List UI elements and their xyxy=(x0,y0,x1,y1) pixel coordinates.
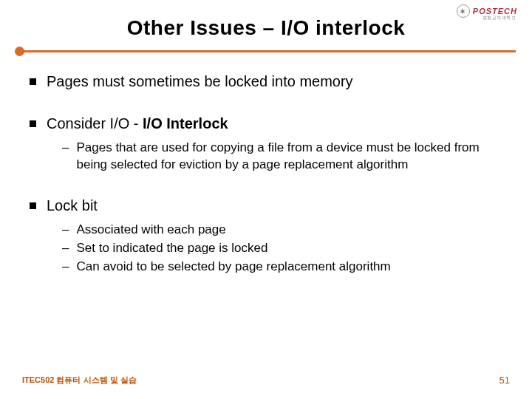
dash-icon: – xyxy=(62,222,69,239)
bullet-3-sub-2-text: Set to indicated the page is locked xyxy=(76,240,267,257)
bullet-3-sub-1-text: Associated with each page xyxy=(76,222,225,239)
bullet-3-sub-3-text: Can avoid to be selected by page replace… xyxy=(76,259,390,276)
slide-body: Pages must sometimes be locked into memo… xyxy=(0,52,532,276)
bullet-3-sublist: – Associated with each page – Set to ind… xyxy=(62,222,502,276)
dash-icon: – xyxy=(62,259,69,276)
bullet-3: Lock bit xyxy=(30,196,502,216)
bullet-2-prefix: Consider I/O - xyxy=(47,115,143,132)
logo-subtitle: 포항공과대학교 xyxy=(482,15,516,21)
bullet-1: Pages must sometimes be locked into memo… xyxy=(30,72,502,92)
bullet-1-text: Pages must sometimes be locked into memo… xyxy=(47,72,353,92)
page-number: 51 xyxy=(499,375,510,386)
bullet-2-sublist: – Pages that are used for copying a file… xyxy=(62,140,502,174)
square-bullet-icon xyxy=(30,120,36,127)
bullet-2-sub-1: – Pages that are used for copying a file… xyxy=(62,140,502,174)
bullet-3-sub-3: – Can avoid to be selected by page repla… xyxy=(62,259,502,276)
bullet-2-bold: I/O Interlock xyxy=(143,115,228,132)
dash-icon: – xyxy=(62,240,69,257)
square-bullet-icon xyxy=(30,202,36,209)
divider xyxy=(16,50,516,52)
crest-icon: ✶ xyxy=(457,4,470,18)
bullet-3-sub-1: – Associated with each page xyxy=(62,222,502,239)
bullet-2: Consider I/O - I/O Interlock xyxy=(30,114,502,134)
footer: ITEC502 컴퓨터 시스템 및 실습 51 xyxy=(0,375,532,386)
dash-icon: – xyxy=(62,140,69,174)
bullet-2-sub-1-text: Pages that are used for copying a file f… xyxy=(76,140,502,174)
bullet-3-text: Lock bit xyxy=(47,196,98,216)
bullet-3-sub-2: – Set to indicated the page is locked xyxy=(62,240,502,257)
course-label: ITEC502 컴퓨터 시스템 및 실습 xyxy=(22,375,137,386)
bullet-2-text: Consider I/O - I/O Interlock xyxy=(47,114,228,134)
slide-title: Other Issues – I/O interlock xyxy=(0,16,532,40)
square-bullet-icon xyxy=(30,78,36,85)
